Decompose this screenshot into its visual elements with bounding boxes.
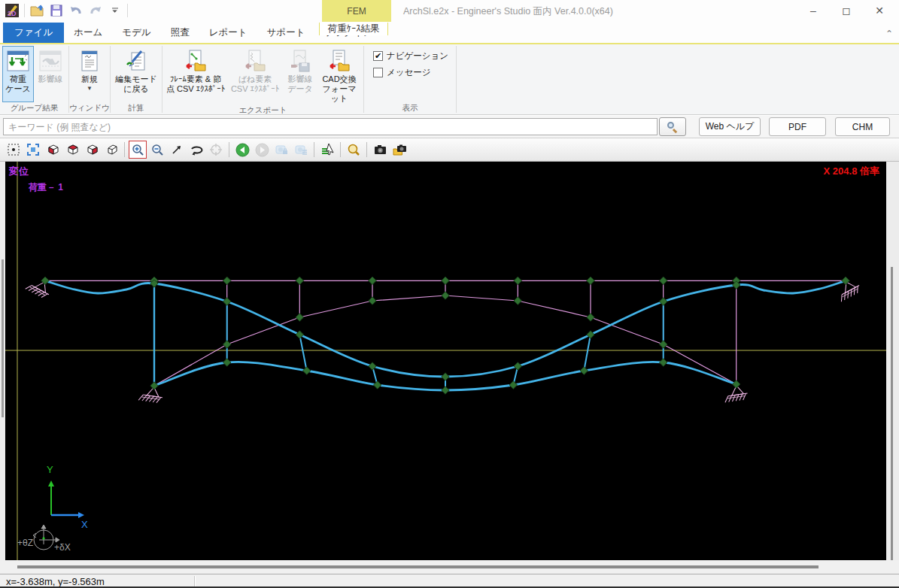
checkbox-row-メッセージ[interactable]: メッセージ [373, 67, 448, 78]
view-cube-left-red-icon[interactable] [44, 141, 62, 159]
export-spring-csv-icon [243, 49, 267, 73]
ribbon-button-編集モードに戻る[interactable]: 編集モード に戻る [113, 46, 159, 102]
ribbon-button-label: 編集モード に戻る [115, 74, 157, 94]
tab-照査[interactable]: 照査 [161, 23, 199, 43]
load-case-icon [6, 49, 30, 73]
close-button[interactable]: ✕ [863, 0, 896, 21]
history-forward-icon[interactable] [253, 141, 271, 159]
svg-text:2D: 2D [8, 10, 17, 17]
rotate-view-icon[interactable] [187, 141, 205, 159]
toolbar-separator [340, 142, 341, 157]
ribbon-button-label: 荷重 ケース [5, 74, 31, 94]
svg-text:X: X [81, 519, 88, 530]
app-logo-2d-icon[interactable]: 2D [5, 2, 20, 19]
ribbon-group-ウィンドウ: 新規▼ウィンドウ [69, 44, 110, 114]
scrollbar-thumb[interactable] [2, 259, 4, 417]
select-pointer-icon[interactable] [318, 141, 336, 159]
structure-drawing: Y X +θZ +δX [0, 162, 899, 560]
export-cad-icon [327, 49, 351, 73]
fit-view-icon[interactable] [24, 141, 42, 159]
model-viewport[interactable]: Y X +θZ +δX 変位 荷重－ 1 X 204.8 倍率 [0, 162, 899, 560]
ribbon-collapse-icon[interactable]: ⌃ [885, 29, 893, 39]
help-button-Web ヘルプ[interactable]: Web ヘルプ [699, 117, 761, 136]
horizontal-scrollbar[interactable] [0, 560, 899, 574]
open-model-icon[interactable] [29, 2, 44, 19]
ribbon-button-label: ばね要素 CSV ｴｸｽﾎﾟｰﾄ [231, 74, 279, 94]
save-icon[interactable] [49, 2, 64, 19]
maximize-button[interactable]: ◻ [830, 0, 863, 21]
help-button-CHM[interactable]: CHM [835, 117, 890, 136]
ribbon-button-影響線データ[interactable]: 影響線 データ [284, 46, 317, 105]
zoom-in-icon[interactable] [129, 141, 147, 159]
scrollbar-thumb[interactable] [17, 565, 819, 568]
dropdown-arrow-icon[interactable]: ▼ [87, 85, 93, 92]
load-case-label: 荷重－ 1 [29, 181, 63, 194]
ribbon-button-影響線[interactable]: 影響線 [35, 46, 66, 102]
divider [24, 4, 25, 17]
ribbon-button-荷重ケース[interactable]: 荷重 ケース [2, 46, 34, 102]
scrollbar-thumb[interactable] [891, 267, 893, 560]
zoom-region-icon[interactable] [345, 141, 363, 159]
ribbon-group-label: グループ結果 [0, 102, 68, 114]
view-toolbar [0, 138, 899, 162]
view-extents-icon[interactable] [5, 141, 23, 159]
edit-mode-icon [124, 49, 148, 73]
toolbar-separator [229, 142, 229, 157]
snapshot-file-icon[interactable] [390, 141, 408, 159]
customize-toolbar-icon[interactable] [108, 2, 123, 19]
toolbar-separator [314, 142, 314, 157]
tab-ホーム[interactable]: ホーム [64, 23, 112, 43]
tab-モデル[interactable]: モデル [112, 23, 160, 43]
ribbon-group-label: ウィンドウ [69, 102, 110, 114]
tab-ファイル[interactable]: ファイル [3, 23, 64, 43]
view-cube-top-red-icon[interactable] [63, 141, 81, 159]
undo-icon[interactable] [68, 2, 84, 19]
ribbon-group-計算: 編集モード に戻る計算 [111, 44, 162, 114]
node-markers [41, 277, 849, 394]
influence-line-icon [38, 49, 62, 73]
ribbon-group-label: 表示 [364, 102, 456, 114]
ribbon-button-ﾌﾚｰﾑ要素 & 節点 CSV ｴｸｽﾎﾟｰﾄ[interactable]: ﾌﾚｰﾑ要素 & 節 点 CSV ｴｸｽﾎﾟｰﾄ [165, 46, 226, 105]
view-cube-wire-icon[interactable] [102, 141, 120, 159]
ribbon-button-CAD交換フォーマット[interactable]: CAD交換 フォーマット [317, 46, 361, 105]
divider [127, 4, 128, 17]
scale-factor-label: X 204.8 倍率 [824, 165, 879, 178]
redo-icon[interactable] [88, 2, 103, 19]
snapshot-clipboard-icon[interactable] [371, 141, 389, 159]
context-group-header: FEM [322, 0, 391, 22]
tab-レポート[interactable]: レポート [199, 23, 257, 43]
checkbox-label: ナビゲーション [387, 50, 448, 62]
measure-arrow-icon[interactable] [168, 141, 186, 159]
ribbon-group-表示: ✔ナビゲーションメッセージ表示 [364, 44, 456, 114]
right-vertical-scrollbar[interactable] [886, 162, 899, 560]
search-button[interactable] [659, 117, 686, 136]
saved-view-list-icon[interactable] [292, 141, 310, 159]
new-window-icon [77, 49, 102, 73]
ribbon-group-label: 計算 [111, 102, 162, 114]
ribbon-group-エクスポート: ﾌﾚｰﾑ要素 & 節 点 CSV ｴｸｽﾎﾟｰﾄばね要素 CSV ｴｸｽﾎﾟｰﾄ… [162, 44, 363, 114]
divider [194, 576, 195, 587]
tab-サポート[interactable]: サポート [257, 23, 315, 43]
help-button-PDF[interactable]: PDF [769, 117, 826, 136]
pan-center-icon[interactable] [207, 141, 225, 159]
group-divider [456, 46, 457, 113]
view-cube-front-red-icon[interactable] [83, 141, 101, 159]
search-icon [667, 122, 678, 132]
tab-荷重ｹｰｽ結果[interactable]: 荷重ｹｰｽ結果 [319, 23, 388, 35]
saved-view-add-icon[interactable] [272, 141, 290, 159]
keyword-search-input[interactable] [3, 118, 658, 135]
ribbon: 荷重 ケース影響線グループ結果新規▼ウィンドウ編集モード に戻る計算ﾌﾚｰﾑ要素… [0, 43, 899, 115]
checkbox-unchecked[interactable] [373, 68, 383, 77]
checkbox-checked[interactable]: ✔ [373, 51, 383, 61]
zoom-out-icon[interactable] [148, 141, 166, 159]
left-vertical-scrollbar[interactable] [0, 162, 5, 560]
window-controls: – ◻ ✕ [797, 0, 896, 21]
history-back-icon[interactable] [233, 141, 251, 159]
cursor-coordinates: x=-3.638m, y=-9.563m [6, 576, 105, 587]
ribbon-button-label: 影響線 データ [287, 74, 313, 94]
checkbox-row-ナビゲーション[interactable]: ✔ナビゲーション [373, 50, 448, 62]
axis-triad: Y X +θZ +δX [17, 464, 88, 553]
ribbon-button-新規[interactable]: 新規▼ [71, 46, 108, 102]
ribbon-button-ばね要素CSV ｴｸｽﾎﾟｰﾄ[interactable]: ばね要素 CSV ｴｸｽﾎﾟｰﾄ [227, 46, 283, 105]
minimize-button[interactable]: – [797, 0, 830, 21]
